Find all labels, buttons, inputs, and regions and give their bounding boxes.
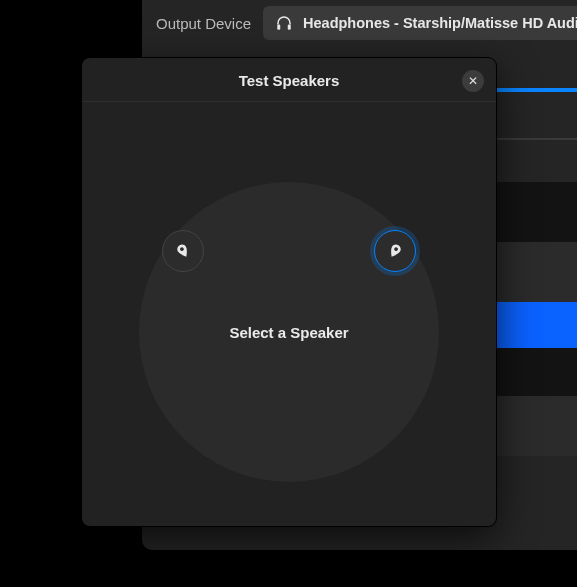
dial-center-text: Select a Speaker — [229, 324, 348, 341]
close-icon: ✕ — [468, 75, 478, 87]
location-pin-icon — [387, 243, 403, 259]
speaker-circle: Select a Speaker — [139, 182, 439, 482]
front-right-speaker-button[interactable] — [374, 230, 416, 272]
svg-rect-0 — [277, 25, 280, 30]
output-device-selector[interactable]: Headphones - Starship/Matisse HD Audio — [263, 6, 577, 40]
close-button[interactable]: ✕ — [462, 70, 484, 92]
output-device-label: Output Device — [156, 15, 251, 32]
front-left-speaker-button[interactable] — [162, 230, 204, 272]
svg-rect-1 — [288, 25, 291, 30]
dialog-header: Test Speakers ✕ — [82, 58, 496, 102]
test-speakers-dialog: Test Speakers ✕ Select a Speaker — [82, 58, 496, 526]
output-device-row: Output Device Headphones - Starship/Mati… — [156, 6, 577, 40]
output-device-name: Headphones - Starship/Matisse HD Audio — [303, 15, 577, 31]
headphones-icon — [275, 14, 293, 32]
speaker-dial: Select a Speaker — [82, 102, 496, 526]
location-pin-icon — [175, 243, 191, 259]
dialog-title: Test Speakers — [239, 72, 340, 89]
